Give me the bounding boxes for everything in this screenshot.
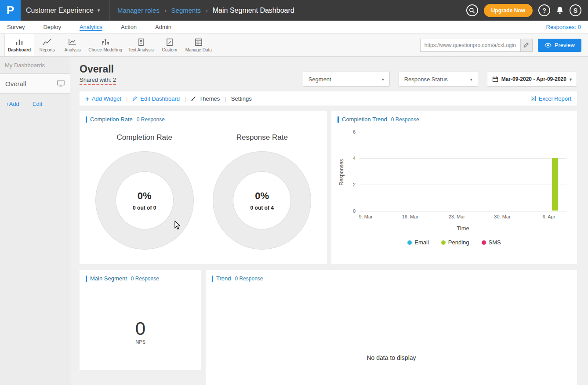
widget-title: Main Segment [90,275,127,282]
tab-choice-modelling[interactable]: Choice Modelling [85,34,125,56]
preview-button[interactable]: Preview [538,39,581,52]
gridline [359,132,566,132]
widget-main-segment: Main Segment 0 Response 0 NPS [80,270,201,370]
survey-url-input[interactable] [420,39,520,52]
excel-report-button[interactable]: Excel Report [530,95,571,102]
separator: | [225,95,226,102]
chevron-down-icon: ▾ [570,77,572,82]
donut-value: 0% [138,190,152,202]
shared-with-link[interactable]: Shared with: 2 [80,76,116,85]
themes-button[interactable]: Themes [191,95,220,102]
donut-value: 0% [255,190,269,202]
tab-text-analysis[interactable]: Text Analysis [125,34,157,56]
y-tick-label: 0 [353,208,356,214]
edit-url-button[interactable] [520,39,533,52]
nav-analytics[interactable]: Analytics [80,24,102,30]
nav-action[interactable]: Action [121,24,137,30]
choice-modelling-icon [101,38,110,46]
primary-nav: Survey Deploy Analytics Action Admin Res… [0,21,588,34]
settings-button[interactable]: Settings [231,95,252,102]
analytics-toolbar: Dashboard Reports Analysis Choice Modell… [0,34,588,57]
toolbar-right: Preview [420,34,588,56]
notifications-bell-icon[interactable] [556,6,564,15]
product-switcher[interactable]: P Customer Experience ▾ [0,0,110,21]
help-glyph: ? [542,7,546,14]
donut-sublabel: 0 out of 4 [250,205,274,211]
gridline [359,185,566,185]
tab-reports[interactable]: Reports [34,34,60,56]
sidebar-item-overall[interactable]: Overall [0,73,70,94]
dashboard-icon [15,38,24,46]
add-dashboard-link[interactable]: +Add [6,101,19,107]
empty-state-message: No data to display [206,354,577,361]
text-analysis-icon [136,38,146,46]
response-status-filter-select[interactable]: Response Status ▾ [399,72,478,87]
breadcrumb-segments[interactable]: Segments [171,7,201,14]
edit-dashboard-button[interactable]: Edit Dashboard [132,95,180,102]
nav-deploy[interactable]: Deploy [43,24,61,30]
nps-score-block: 0 NPS [80,319,201,345]
plot-area: 6 4 2 0 9. Mar 16. Mar 23. Mar 30. Mar 6… [359,132,566,211]
questionpro-logo: P [0,0,21,21]
completion-rate-donut-chart[interactable]: 0% 0 out of 0 [96,152,193,249]
avatar[interactable]: S [570,4,581,16]
themes-label: Themes [199,95,220,102]
upgrade-now-button[interactable]: Upgrade Now [484,4,533,17]
widget-title: Completion Trend [342,116,387,123]
legend-pending[interactable]: Pending [441,239,469,246]
legend-email[interactable]: Email [407,239,429,246]
x-tick-label: 6. Apr [543,214,555,219]
sidebar-item-label: Overall [5,80,26,87]
widget-completion-trend: Completion Trend 0 Response Responses 6 … [331,111,577,264]
pencil-icon [523,42,529,48]
sidebar: My Dashboards Overall +Add Edit [0,57,70,385]
x-tick-label: 16. Mar [402,214,418,219]
calendar-icon [492,76,498,82]
chevron-down-icon: ▾ [98,7,100,13]
nav-admin[interactable]: Admin [155,24,171,30]
bell-glyph [556,6,564,15]
tool-label: Text Analysis [128,47,154,52]
help-icon[interactable]: ? [538,4,550,16]
tab-manage-data[interactable]: Manage Data [182,34,215,56]
widget-response-count: 0 Response [391,116,419,123]
custom-icon [165,38,174,46]
excel-icon [530,95,536,102]
manage-data-icon [194,38,203,46]
sidebar-links: +Add Edit [0,94,70,114]
widget-accent-bar [212,276,213,282]
tool-label: Manage Data [185,47,212,52]
segment-filter-select[interactable]: Segment ▾ [303,72,390,87]
legend-label: SMS [489,239,501,246]
x-axis-label: Time [457,225,469,232]
breadcrumb-separator-icon: › [206,7,208,14]
date-range-picker[interactable]: Mar-09-2020 - Apr-09-2020 ▾ [487,72,577,87]
tab-custom[interactable]: Custom [157,34,182,56]
widgets-grid: Completion Rate 0 Response Completion Ra… [80,111,577,385]
nps-metric-label: NPS [80,339,201,345]
nps-value: 0 [80,319,201,338]
widget-response-count: 0 Response [137,116,165,123]
responses-counter[interactable]: Responses: 0 [546,24,581,30]
response-rate-donut-chart[interactable]: 0% 0 out of 4 [213,152,311,249]
donut-center: 0% 0 out of 4 [213,152,311,249]
tab-analysis[interactable]: Analysis [60,34,85,56]
search-icon[interactable] [466,4,478,16]
add-widget-button[interactable]: + Add Widget [85,95,121,102]
breadcrumb: Manager roles › Segments › Main Segment … [117,7,294,15]
breadcrumb-manager-roles[interactable]: Manager roles [117,7,160,14]
edit-dashboards-link[interactable]: Edit [33,101,42,107]
legend-sms[interactable]: SMS [482,239,501,246]
tab-dashboard[interactable]: Dashboard [4,34,34,56]
y-tick-label: 2 [353,182,356,187]
avatar-letter: S [573,7,577,14]
nav-survey[interactable]: Survey [7,24,25,30]
y-tick-label: 4 [353,156,356,161]
x-tick-label: 9. Mar [359,214,373,219]
header-actions: Upgrade Now ? S [466,4,588,17]
widget-title: Trend [216,275,231,282]
reports-icon [42,38,52,46]
email-dot-icon [407,240,412,245]
pending-bar[interactable] [552,158,558,211]
survey-url-box [420,39,533,52]
